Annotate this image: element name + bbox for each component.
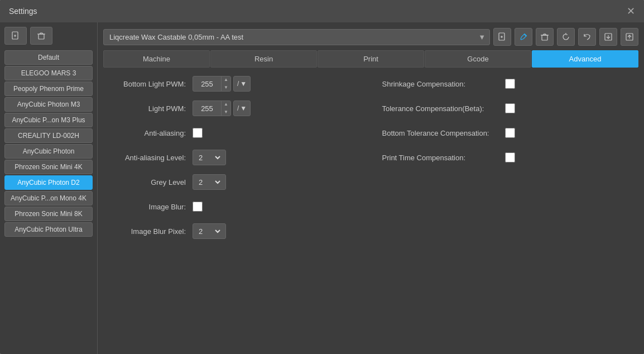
- undo-icon: [583, 32, 592, 41]
- bottom-light-pwm-row: Bottom Light PWM: ▲ ▼ / ▼: [103, 74, 360, 93]
- slash-dropdown-arrow2: ▼: [240, 104, 247, 112]
- bottom-light-pwm-down[interactable]: ▼: [222, 84, 230, 92]
- tab-machine[interactable]: Machine: [103, 50, 210, 68]
- main-panel: Liqcreate Wax Castable 0,05mm - AA test …: [98, 22, 644, 354]
- tab-print[interactable]: Print: [318, 50, 424, 68]
- light-pwm-control: ▲ ▼ / ▼: [193, 101, 251, 116]
- delete-profile-button[interactable]: [30, 27, 52, 45]
- toolbar-delete-button[interactable]: [536, 28, 554, 46]
- print-time-comp-checkbox[interactable]: [505, 152, 515, 162]
- light-pwm-input-wrap: ▲ ▼: [193, 101, 231, 116]
- export-icon: [604, 32, 613, 41]
- light-pwm-label: Light PWM:: [103, 104, 193, 113]
- anti-aliasing-label: Anti-aliasing:: [103, 129, 193, 137]
- tab-gcode[interactable]: Gcode: [425, 50, 531, 68]
- toolbar-export-button[interactable]: [599, 28, 617, 46]
- sidebar-item-anycubic-d2[interactable]: AnyCubic Photon D2: [4, 175, 93, 190]
- window-title: Settings: [9, 7, 37, 16]
- sidebar-item-anycubic-ultra[interactable]: AnyCubic Photon Ultra: [4, 222, 93, 237]
- sidebar: Default ELEGOO MARS 3 Peopoly Phenom Pri…: [0, 22, 98, 354]
- print-time-comp-row: Print Time Compensation:: [382, 148, 639, 167]
- toolbar-edit-button[interactable]: [515, 28, 532, 46]
- image-blur-checkbox[interactable]: [193, 202, 203, 212]
- tolerance-comp-label: Tolerance Compensation(Beta):: [382, 104, 505, 113]
- bottom-light-pwm-slash[interactable]: / ▼: [233, 76, 251, 92]
- refresh-icon: [561, 32, 570, 41]
- sidebar-item-anycubic-m3plus[interactable]: AnyCubic P...on M3 Plus: [4, 113, 93, 127]
- anti-aliasing-checkbox[interactable]: [193, 128, 203, 138]
- edit-icon: [519, 32, 528, 41]
- titlebar: Settings ✕: [0, 0, 644, 22]
- sidebar-item-elegoo[interactable]: ELEGOO MARS 3: [4, 66, 93, 80]
- anti-aliasing-level-row: Anti-aliasing Level: 1 2 4 8: [103, 148, 360, 167]
- image-blur-pixel-label: Image Blur Pixel:: [103, 227, 193, 236]
- light-pwm-input[interactable]: [193, 103, 221, 114]
- bottom-tolerance-comp-checkbox[interactable]: [505, 128, 515, 138]
- grey-level-control: 1 2 4 8: [193, 174, 226, 190]
- anti-aliasing-level-label: Anti-aliasing Level:: [103, 154, 193, 162]
- form-left-column: Bottom Light PWM: ▲ ▼ / ▼: [103, 74, 360, 348]
- grey-level-dropdown-wrap: 1 2 4 8: [193, 174, 226, 190]
- content-area: Default ELEGOO MARS 3 Peopoly Phenom Pri…: [0, 22, 644, 354]
- bottom-tolerance-comp-row: Bottom Tolerance Compensation:: [382, 123, 639, 142]
- sidebar-item-creality[interactable]: CREALITY LD-002H: [4, 128, 93, 143]
- close-button[interactable]: ✕: [627, 6, 635, 16]
- grey-level-label: Grey Level: [103, 178, 193, 186]
- new-file-icon: [498, 32, 507, 41]
- tolerance-comp-row: Tolerance Compensation(Beta):: [382, 99, 639, 118]
- sidebar-item-anycubic-m3[interactable]: AnyCubic Photon M3: [4, 97, 93, 112]
- toolbar-undo-button[interactable]: [578, 28, 596, 46]
- sidebar-item-anycubic-photon[interactable]: AnyCubic Photon: [4, 144, 93, 159]
- print-time-comp-label: Print Time Compensation:: [382, 154, 505, 162]
- shrinkage-comp-row: Shrinkage Compensation:: [382, 74, 639, 93]
- image-blur-label: Image Blur:: [103, 203, 193, 211]
- advanced-form: Bottom Light PWM: ▲ ▼ / ▼: [103, 74, 638, 348]
- image-blur-pixel-control: 1 2 4 8: [193, 223, 226, 239]
- anti-aliasing-level-dropdown-wrap: 1 2 4 8: [193, 150, 226, 165]
- light-pwm-up[interactable]: ▲: [222, 101, 230, 108]
- grey-level-select[interactable]: 1 2 4 8: [196, 178, 222, 187]
- anti-aliasing-level-select[interactable]: 1 2 4 8: [196, 153, 222, 162]
- import-icon: [625, 32, 634, 41]
- add-profile-button[interactable]: [4, 27, 27, 45]
- slash-dropdown-arrow: ▼: [240, 80, 247, 88]
- settings-tabs: Machine Resin Print Gcode Advanced: [103, 50, 638, 68]
- sidebar-top-buttons: [4, 27, 93, 45]
- delete-icon: [540, 32, 549, 41]
- sidebar-item-peopoly[interactable]: Peopoly Phenom Prime: [4, 82, 93, 96]
- bottom-tolerance-comp-label: Bottom Tolerance Compensation:: [382, 129, 505, 137]
- bottom-light-pwm-label: Bottom Light PWM:: [103, 80, 193, 88]
- svg-rect-12: [542, 35, 547, 40]
- bottom-light-pwm-arrows: ▲ ▼: [221, 76, 230, 92]
- shrinkage-comp-checkbox[interactable]: [505, 79, 515, 89]
- anti-aliasing-row: Anti-aliasing:: [103, 123, 360, 142]
- profile-select-wrap: Liqcreate Wax Castable 0,05mm - AA test …: [103, 29, 490, 45]
- image-blur-pixel-row: Image Blur Pixel: 1 2 4 8: [103, 222, 360, 241]
- sidebar-item-default[interactable]: Default: [4, 50, 93, 65]
- bottom-light-pwm-up[interactable]: ▲: [222, 76, 230, 84]
- profile-toolbar: Liqcreate Wax Castable 0,05mm - AA test …: [103, 28, 638, 46]
- tab-advanced[interactable]: Advanced: [532, 50, 638, 68]
- tab-resin[interactable]: Resin: [210, 50, 317, 68]
- trash-icon: [37, 31, 46, 40]
- shrinkage-comp-label: Shrinkage Compensation:: [382, 80, 505, 88]
- image-blur-pixel-dropdown-wrap: 1 2 4 8: [193, 223, 226, 239]
- image-blur-row: Image Blur:: [103, 197, 360, 216]
- anti-aliasing-level-control: 1 2 4 8: [193, 150, 226, 165]
- sidebar-item-phrozen-mini8k[interactable]: Phrozen Sonic Mini 8K: [4, 207, 93, 221]
- tolerance-comp-checkbox[interactable]: [505, 103, 515, 113]
- sidebar-item-phrozen-mini4k[interactable]: Phrozen Sonic Mini 4K: [4, 160, 93, 174]
- light-pwm-slash[interactable]: / ▼: [233, 101, 251, 116]
- anti-aliasing-control: [193, 128, 203, 138]
- light-pwm-down[interactable]: ▼: [222, 108, 230, 116]
- form-right-column: Shrinkage Compensation: Tolerance Compen…: [382, 74, 639, 348]
- bottom-light-pwm-input[interactable]: [193, 79, 221, 89]
- toolbar-new-button[interactable]: [493, 28, 511, 46]
- toolbar-refresh-button[interactable]: [557, 28, 575, 46]
- settings-window: Settings ✕: [0, 0, 644, 354]
- profile-select[interactable]: Liqcreate Wax Castable 0,05mm - AA test: [103, 29, 490, 45]
- toolbar-import-button[interactable]: [621, 28, 638, 46]
- sidebar-item-anycubic-mono4k[interactable]: AnyCubic P...on Mono 4K: [4, 191, 93, 205]
- image-blur-pixel-select[interactable]: 1 2 4 8: [196, 227, 222, 236]
- add-icon: [11, 31, 20, 40]
